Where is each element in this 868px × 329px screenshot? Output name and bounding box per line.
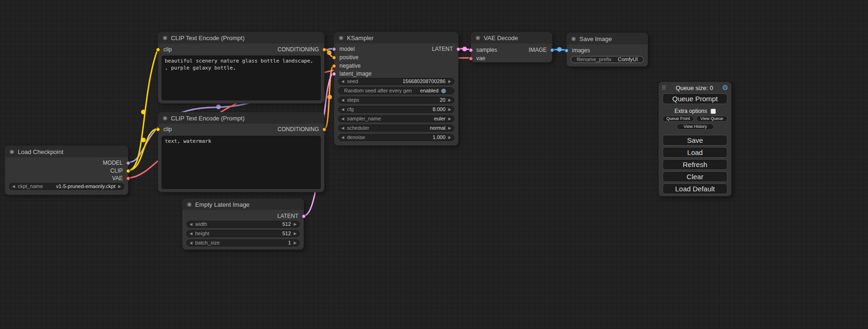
output-port-model[interactable]: MODEL xyxy=(103,160,130,166)
widget-width[interactable]: ◀ width 512 ▶ xyxy=(186,221,300,228)
clear-button[interactable]: Clear xyxy=(663,171,727,182)
input-port-vae[interactable]: vae xyxy=(469,55,485,62)
node-title-bar[interactable]: KSampler xyxy=(334,32,458,43)
node-graph-canvas[interactable]: Load Checkpoint MODEL CLIP VAE ◀ ckpt_na… xyxy=(0,0,868,329)
port-dot-vae[interactable] xyxy=(126,176,130,181)
load-default-button[interactable]: Load Default xyxy=(663,183,727,194)
input-port-negative[interactable]: negative xyxy=(332,63,360,69)
widget-height[interactable]: ◀ height 512 ▶ xyxy=(186,230,300,237)
widget-scheduler[interactable]: ◀ scheduler normal ▶ xyxy=(338,125,454,132)
output-port-image[interactable]: IMAGE xyxy=(529,47,554,53)
collapse-dot-icon[interactable] xyxy=(163,36,167,40)
output-port-conditioning[interactable]: CONDITIONING xyxy=(277,46,326,53)
node-empty-latent-image[interactable]: Empty Latent Image LATENT ◀ width 512 ▶ … xyxy=(182,198,304,250)
node-vae-decode[interactable]: VAE Decode samples vae IMAGE xyxy=(471,32,552,63)
port-dot-conditioning[interactable] xyxy=(322,127,326,132)
port-dot-model[interactable] xyxy=(126,161,130,165)
collapse-dot-icon[interactable] xyxy=(476,36,480,40)
increment-arrow-icon[interactable]: ▶ xyxy=(291,231,299,237)
decrement-arrow-icon[interactable]: ◀ xyxy=(339,106,347,112)
load-button[interactable]: Load xyxy=(663,147,727,158)
queue-prompt-button[interactable]: Queue Prompt xyxy=(663,93,727,104)
node-title-bar[interactable]: Empty Latent Image xyxy=(183,199,303,210)
port-dot-latent[interactable] xyxy=(302,214,306,218)
save-button[interactable]: Save xyxy=(663,135,727,146)
increment-arrow-icon[interactable]: ▶ xyxy=(291,240,299,246)
node-clip-text-encode-positive[interactable]: CLIP Text Encode (Prompt) clip CONDITION… xyxy=(158,32,325,104)
widget-sampler-name[interactable]: ◀ sampler_name euler ▶ xyxy=(338,115,454,122)
node-title-bar[interactable]: CLIP Text Encode (Prompt) xyxy=(158,32,324,43)
drag-handle-icon[interactable]: ⠿ xyxy=(662,84,667,91)
port-dot-latent[interactable] xyxy=(332,72,336,76)
increment-arrow-icon[interactable]: ▶ xyxy=(445,78,454,84)
decrement-arrow-icon[interactable]: ◀ xyxy=(187,231,195,237)
prev-value-arrow-icon[interactable]: ◀ xyxy=(9,183,18,189)
decrement-arrow-icon[interactable]: ◀ xyxy=(339,78,347,84)
port-dot-latent[interactable] xyxy=(456,47,460,51)
node-clip-text-encode-negative[interactable]: CLIP Text Encode (Prompt) clip CONDITION… xyxy=(158,112,325,192)
output-port-clip[interactable]: CLIP xyxy=(110,168,130,174)
collapse-dot-icon[interactable] xyxy=(187,203,191,207)
widget-random-seed-toggle[interactable]: Random seed after every gen enabled xyxy=(338,87,454,94)
widget-cfg[interactable]: ◀ cfg 8.000 ▶ xyxy=(338,106,454,113)
widget-ckpt-name[interactable]: ◀ ckpt_name v1-5-pruned-emaonly.ckpt ▶ xyxy=(9,183,124,190)
collapse-dot-icon[interactable] xyxy=(10,150,14,154)
decrement-arrow-icon[interactable]: ◀ xyxy=(187,240,195,246)
next-value-arrow-icon[interactable]: ▶ xyxy=(445,125,454,131)
widget-batch-size[interactable]: ◀ batch_size 1 ▶ xyxy=(186,239,300,246)
port-dot-latent[interactable] xyxy=(469,48,473,52)
input-port-clip[interactable]: clip xyxy=(156,46,172,53)
prev-value-arrow-icon[interactable]: ◀ xyxy=(339,116,347,122)
input-port-clip[interactable]: clip xyxy=(156,126,172,133)
settings-gear-icon[interactable]: ⚙ xyxy=(722,84,728,92)
node-save-image[interactable]: Save Image images filename_prefix ComfyU… xyxy=(566,33,648,67)
widget-seed[interactable]: ◀ seed 156680208700286 ▶ xyxy=(338,78,454,85)
widget-filename-prefix[interactable]: filename_prefix ComfyUI xyxy=(571,56,644,63)
port-dot-clip[interactable] xyxy=(156,127,160,132)
input-port-images[interactable]: images xyxy=(565,47,590,54)
output-port-conditioning[interactable]: CONDITIONING xyxy=(277,126,326,133)
decrement-arrow-icon[interactable]: ◀ xyxy=(339,97,347,103)
extra-options-checkbox[interactable] xyxy=(711,109,716,114)
port-dot-model[interactable] xyxy=(332,47,336,51)
positive-prompt-textarea[interactable]: beautiful scenery nature glass bottle la… xyxy=(162,56,321,100)
increment-arrow-icon[interactable]: ▶ xyxy=(445,97,454,103)
port-dot-clip[interactable] xyxy=(126,169,130,173)
decrement-arrow-icon[interactable]: ◀ xyxy=(339,134,347,140)
port-dot-vae[interactable] xyxy=(469,56,473,61)
collapse-dot-icon[interactable] xyxy=(572,37,576,41)
input-port-latent-image[interactable]: latent_image xyxy=(332,70,372,77)
queue-front-button[interactable]: Queue Front xyxy=(663,116,694,122)
node-load-checkpoint[interactable]: Load Checkpoint MODEL CLIP VAE ◀ ckpt_na… xyxy=(5,146,128,195)
toggle-indicator-icon[interactable] xyxy=(441,89,446,93)
refresh-button[interactable]: Refresh xyxy=(663,159,727,170)
prev-value-arrow-icon[interactable]: ◀ xyxy=(339,125,347,131)
increment-arrow-icon[interactable]: ▶ xyxy=(445,106,454,112)
input-port-model[interactable]: model xyxy=(332,46,355,52)
node-title-bar[interactable]: Save Image xyxy=(567,33,648,44)
increment-arrow-icon[interactable]: ▶ xyxy=(291,221,299,227)
output-port-vae[interactable]: VAE xyxy=(112,175,130,182)
port-dot-clip[interactable] xyxy=(156,48,160,52)
port-dot-image[interactable] xyxy=(550,48,554,52)
collapse-dot-icon[interactable] xyxy=(339,36,343,40)
view-history-button[interactable]: View History xyxy=(677,124,714,130)
node-ksampler[interactable]: KSampler model positive negative latent_… xyxy=(334,32,459,146)
input-port-samples[interactable]: samples xyxy=(469,47,497,53)
output-port-latent[interactable]: LATENT xyxy=(277,213,306,219)
port-dot-conditioning[interactable] xyxy=(332,56,336,60)
port-dot-image[interactable] xyxy=(565,49,569,53)
input-port-positive[interactable]: positive xyxy=(332,54,359,61)
node-title-bar[interactable]: CLIP Text Encode (Prompt) xyxy=(158,112,324,124)
port-dot-conditioning[interactable] xyxy=(332,64,336,68)
widget-denoise[interactable]: ◀ denoise 1.000 ▶ xyxy=(338,134,454,141)
next-value-arrow-icon[interactable]: ▶ xyxy=(115,183,124,189)
increment-arrow-icon[interactable]: ▶ xyxy=(445,134,454,140)
node-title-bar[interactable]: Load Checkpoint xyxy=(5,146,128,157)
port-dot-conditioning[interactable] xyxy=(322,48,326,52)
negative-prompt-textarea[interactable]: text, watermark xyxy=(162,136,321,189)
decrement-arrow-icon[interactable]: ◀ xyxy=(187,221,195,227)
node-title-bar[interactable]: VAE Decode xyxy=(471,32,552,43)
view-queue-button[interactable]: View Queue xyxy=(696,116,727,122)
widget-steps[interactable]: ◀ steps 20 ▶ xyxy=(338,97,454,104)
